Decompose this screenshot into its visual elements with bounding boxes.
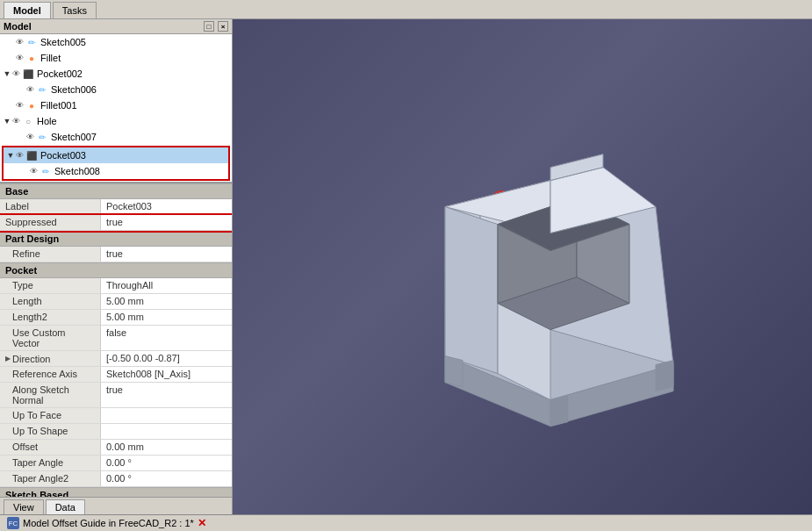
prop-row-up-to-shape: Up To Shape [0, 424, 232, 440]
expand-arrow-direction[interactable]: ▶ [5, 355, 11, 362]
sketch-icon-sketch007: ✏ [35, 130, 49, 144]
label-fillet: Fillet [40, 53, 61, 63]
prop-row-type: Type ThroughAll [0, 278, 232, 294]
prop-val-length2: 5.00 mm [101, 310, 232, 325]
top-tabs: Model Tasks [0, 0, 812, 19]
main-layout: Model □ × 👁 ✏ Sketch005 👁 ● [0, 19, 812, 514]
eye-icon-pocket003: 👁 [16, 151, 24, 160]
pocket-icon-pocket002: ⬛ [21, 67, 35, 81]
tab-tasks[interactable]: Tasks [53, 2, 97, 18]
tree-item-pocket003[interactable]: ▼ 👁 ⬛ Pocket003 [4, 147, 228, 163]
tab-model[interactable]: Model [4, 2, 51, 18]
prop-row-direction: ▶ Direction [-0.50 0.00 -0.87] [0, 351, 232, 367]
3d-shape-container [375, 128, 744, 437]
prop-key-taper-angle2: Taper Angle2 [0, 471, 101, 486]
prop-row-along-sketch: Along Sketch Normal true [0, 383, 232, 408]
prop-key-type: Type [0, 278, 101, 293]
eye-icon-sketch007: 👁 [26, 133, 34, 141]
eye-icon-sketch006: 👁 [26, 85, 34, 94]
sketch-icon-sketch006: ✏ [35, 83, 49, 97]
model-panel-title: Model [4, 21, 32, 32]
prop-val-taper-angle2: 0.00 ° [101, 471, 232, 486]
prop-row-up-to-face: Up To Face [0, 408, 232, 424]
prop-key-length2: Length2 [0, 310, 101, 325]
section-part-design: Part Design [0, 231, 232, 247]
status-close-btn[interactable]: ✕ [198, 517, 206, 529]
model-tree[interactable]: 👁 ✏ Sketch005 👁 ● Fillet ▼ 👁 ⬛ Pocket002 [0, 34, 232, 182]
tree-item-sketch007[interactable]: 👁 ✏ Sketch007 [0, 129, 232, 145]
prop-row-taper-angle: Taper Angle 0.00 ° [0, 456, 232, 471]
prop-val-taper-angle: 0.00 ° [101, 456, 232, 470]
sketch-icon-sketch008: ✏ [39, 164, 53, 178]
label-pocket003: Pocket003 [40, 150, 86, 161]
eye-icon-pocket002: 👁 [12, 69, 20, 78]
arrow-pocket003: ▼ [5, 151, 16, 160]
freecad-file-icon: FC [7, 517, 19, 529]
left-panel: Model □ × 👁 ✏ Sketch005 👁 ● [0, 19, 233, 514]
label-pocket002: Pocket002 [37, 68, 83, 79]
prop-row-taper-angle2: Taper Angle2 0.00 ° [0, 471, 232, 487]
svg-marker-15 [445, 356, 463, 387]
eye-icon-sketch005: 👁 [16, 38, 24, 47]
prop-val-use-custom-vector: false [101, 326, 232, 350]
svg-marker-17 [656, 361, 673, 391]
pocket-icon-pocket003: ⬛ [25, 148, 39, 162]
prop-val-reference-axis: Sketch008 [N_Axis] [101, 367, 232, 382]
prop-val-label: Pocket003 [101, 199, 232, 214]
tree-item-pocket002[interactable]: ▼ 👁 ⬛ Pocket002 [0, 66, 232, 82]
label-sketch007: Sketch007 [51, 132, 97, 142]
tab-view[interactable]: View [4, 499, 44, 514]
tree-item-sketch005[interactable]: 👁 ✏ Sketch005 [0, 34, 232, 50]
prop-val-up-to-shape [101, 424, 232, 439]
status-file-label: Model Offset Guide in FreeCAD_R2 : 1* [23, 518, 194, 528]
highlight-box-pocket003: ▼ 👁 ⬛ Pocket003 👁 ✏ Sketch008 [2, 146, 230, 181]
status-file: FC Model Offset Guide in FreeCAD_R2 : 1*… [7, 517, 206, 529]
eye-icon-hole: 👁 [12, 117, 20, 126]
model-panel: Model □ × 👁 ✏ Sketch005 👁 ● [0, 19, 232, 183]
prop-val-offset: 0.00 mm [101, 440, 232, 455]
3d-shape-svg [375, 128, 744, 435]
prop-row-offset: Offset 0.00 mm [0, 440, 232, 456]
prop-key-length: Length [0, 294, 101, 309]
tree-item-hole[interactable]: ▼ 👁 ○ Hole [0, 113, 232, 129]
fillet-icon-fillet: ● [25, 51, 39, 65]
tab-data[interactable]: Data [46, 499, 85, 514]
viewport[interactable] [233, 19, 812, 514]
prop-key-up-to-face: Up To Face [0, 408, 101, 423]
tree-item-fillet[interactable]: 👁 ● Fillet [0, 50, 232, 66]
svg-marker-7 [445, 207, 498, 374]
prop-row-suppressed: Suppressed true [0, 215, 232, 231]
panel-titlebar-right: □ × [204, 21, 228, 32]
section-pocket: Pocket [0, 262, 232, 278]
prop-key-use-custom-vector: Use Custom Vector [0, 326, 101, 350]
panel-close-btn[interactable]: × [218, 21, 228, 32]
label-hole: Hole [37, 116, 57, 126]
label-fillet001: Fillet001 [40, 100, 77, 111]
prop-row-reference-axis: Reference Axis Sketch008 [N_Axis] [0, 367, 232, 383]
prop-val-type: ThroughAll [101, 278, 232, 293]
prop-val-suppressed: true [101, 215, 232, 230]
prop-key-refine: Refine [0, 247, 101, 262]
prop-key-direction-label: Direction [12, 354, 50, 364]
sketch-icon-sketch005: ✏ [25, 35, 39, 49]
prop-key-reference-axis: Reference Axis [0, 367, 101, 382]
section-base: Base [0, 183, 232, 199]
section-sketch-based: Sketch Based [0, 487, 232, 497]
eye-icon-fillet: 👁 [16, 54, 24, 62]
prop-key-offset: Offset [0, 440, 101, 455]
prop-val-refine: true [101, 247, 232, 262]
tree-item-sketch006[interactable]: 👁 ✏ Sketch006 [0, 82, 232, 97]
eye-icon-sketch008: 👁 [30, 167, 38, 176]
prop-key-up-to-shape: Up To Shape [0, 424, 101, 439]
prop-key-label: Label [0, 199, 101, 214]
prop-key-taper-angle: Taper Angle [0, 456, 101, 470]
eye-icon-fillet001: 👁 [16, 101, 24, 110]
prop-row-label: Label Pocket003 [0, 199, 232, 215]
prop-val-along-sketch: true [101, 383, 232, 407]
tree-item-sketch008[interactable]: 👁 ✏ Sketch008 [4, 163, 228, 179]
tree-item-fillet001[interactable]: 👁 ● Fillet001 [0, 97, 232, 113]
prop-val-direction: [-0.50 0.00 -0.87] [101, 351, 232, 366]
svg-marker-16 [550, 396, 568, 427]
panel-minimize-btn[interactable]: □ [204, 21, 214, 32]
arrow-hole: ▼ [2, 117, 12, 126]
